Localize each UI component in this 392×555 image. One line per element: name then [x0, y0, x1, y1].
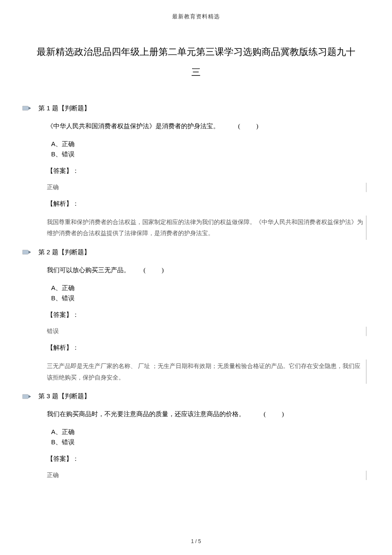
question-3-stem: 我们在购买商品时，不光要注意商品的质量，还应该注意商品的价格。 ( ) — [47, 409, 371, 419]
analysis-text: 我国尊重和保护消费者的合法权益，国家制定相应的法律为我们的权益做保障。《中华人民… — [47, 216, 366, 240]
answer-label: 【答案】： — [47, 455, 371, 463]
question-3-options: A、正确 B、错误 — [51, 427, 371, 447]
svg-marker-5 — [29, 395, 31, 398]
document-title: 最新精选政治思品四年级上册第二单元第三课学习选购商品冀教版练习题九十三 — [34, 42, 358, 83]
option-b: B、错误 — [51, 437, 371, 447]
arrow-icon — [21, 105, 34, 112]
question-number: 第 3 题【判断题】 — [38, 392, 90, 400]
svg-marker-1 — [29, 107, 31, 109]
question-1-header: 第 1 题【判断题】 — [21, 104, 371, 112]
stem-text: 《中华人民共和国消费者权益保护法》是消费者的护身法宝。 — [47, 123, 219, 129]
analysis-label: 【解析】： — [47, 200, 371, 208]
page-footer: 1 / 5 — [0, 538, 392, 544]
stem-text: 我们在购买商品时，不光要注意商品的质量，还应该注意商品的价格。 — [47, 411, 245, 417]
answer-value: 正确 — [47, 471, 366, 480]
answer-label: 【答案】： — [47, 167, 371, 175]
arrow-icon — [21, 249, 34, 256]
analysis-label: 【解析】： — [47, 344, 371, 352]
blank-paren: ( ) — [264, 409, 288, 419]
question-2-options: A、正确 B、错误 — [51, 283, 371, 303]
option-a: A、正确 — [51, 283, 371, 293]
arrow-icon — [21, 393, 34, 400]
option-a: A、正确 — [51, 427, 371, 437]
answer-label: 【答案】： — [47, 311, 371, 319]
option-a: A、正确 — [51, 139, 371, 149]
analysis-text: 三无产品即是无生产厂家的名称、 厂址 ；无生产日期和有效期；无质量检验合格证的产… — [47, 359, 366, 384]
question-number: 第 1 题【判断题】 — [38, 104, 90, 112]
question-number: 第 2 题【判断题】 — [38, 248, 90, 256]
question-1-stem: 《中华人民共和国消费者权益保护法》是消费者的护身法宝。 ( ) — [47, 121, 371, 131]
page-header: 最新教育资料精选 — [21, 13, 371, 20]
question-2-stem: 我们可以放心购买三无产品。 ( ) — [47, 265, 371, 275]
svg-marker-3 — [29, 251, 31, 253]
stem-text: 我们可以放心购买三无产品。 — [47, 267, 130, 273]
question-2-header: 第 2 题【判断题】 — [21, 248, 371, 256]
question-3-header: 第 3 题【判断题】 — [21, 392, 371, 400]
option-b: B、错误 — [51, 149, 371, 159]
blank-paren: ( ) — [144, 265, 168, 275]
option-b: B、错误 — [51, 293, 371, 303]
question-1-options: A、正确 B、错误 — [51, 139, 371, 159]
blank-paren: ( ) — [238, 121, 263, 131]
answer-value: 正确 — [47, 183, 366, 192]
answer-value: 错误 — [47, 327, 366, 336]
